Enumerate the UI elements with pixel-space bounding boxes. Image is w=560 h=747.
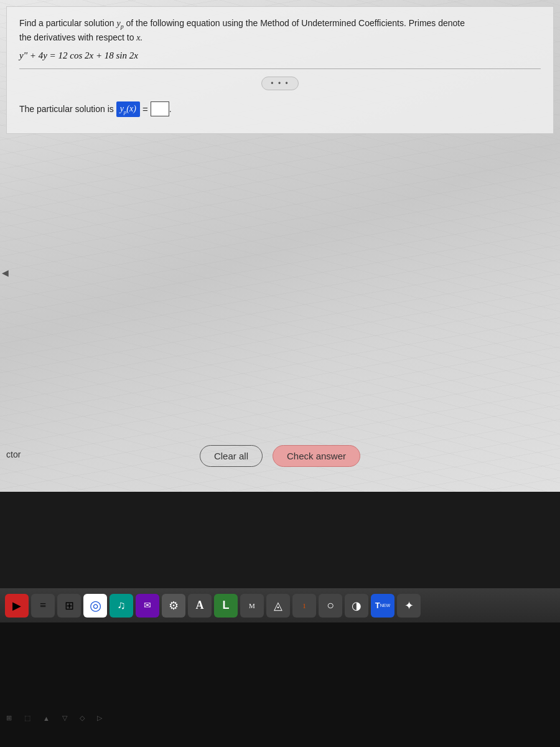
answer-field[interactable]: [151, 102, 169, 116]
divider-line: [19, 68, 541, 69]
grid-icon[interactable]: ⊞: [57, 594, 81, 618]
side-arrow-indicator: ◀: [2, 268, 9, 278]
steam-icon[interactable]: ⚙: [162, 594, 185, 618]
app2-icon[interactable]: L: [214, 594, 238, 618]
desktop-label-4: ▽: [62, 714, 67, 722]
period: .: [169, 104, 172, 114]
equation-display: y'' + 4y = 12 cos 2x + 18 sin 2x: [19, 50, 541, 61]
solution-row: The particular solution is yp(x) = .: [19, 101, 541, 117]
desktop-bottom-icons: ⊞ ⬚ ▲ ▽ ◇ ▷: [6, 714, 102, 722]
taskbar: ▶ ≡ ⊞ ◎ ♫ ✉ ⚙ A L M ◬ 1 ○ ◑ TNEW ✦: [0, 588, 560, 622]
answer-input-box[interactable]: [151, 101, 169, 116]
desktop-label-3: ▲: [43, 715, 50, 722]
desktop-label-1: ⊞: [6, 714, 12, 722]
desktop-label-2: ⬚: [24, 714, 30, 722]
instruction-text-1: Find a particular solution yp of the fol…: [19, 18, 465, 28]
music-icon[interactable]: ♫: [110, 594, 133, 618]
clock-icon[interactable]: ○: [319, 594, 342, 618]
app3-icon[interactable]: M: [240, 594, 264, 618]
solution-label-text: The particular solution is: [19, 104, 116, 114]
desktop-label-6: ▷: [97, 714, 102, 722]
settings-icon[interactable]: ✦: [397, 594, 421, 618]
chrome-icon[interactable]: ◎: [83, 594, 107, 618]
notification-icon[interactable]: 1: [292, 594, 316, 618]
more-options-container: • • •: [19, 77, 541, 90]
desktop-label-5: ◇: [80, 714, 85, 722]
video-icon[interactable]: ▶: [5, 594, 29, 618]
equation-text: y'' + 4y = 12 cos 2x + 18 sin 2x: [19, 50, 138, 60]
main-content-area: Find a particular solution yp of the fol…: [0, 0, 560, 492]
notify-btn-icon[interactable]: TNEW: [371, 594, 394, 618]
solution-highlighted-label: yp(x): [116, 101, 140, 117]
files-icon[interactable]: ≡: [31, 594, 55, 618]
dark-bottom-area: ⊞ ⬚ ▲ ▽ ◇ ▷: [0, 622, 560, 747]
problem-instruction: Find a particular solution yp of the fol…: [19, 17, 541, 44]
bottom-action-bar: Clear all Check answer: [0, 445, 560, 467]
problem-content-box: Find a particular solution yp of the fol…: [6, 6, 554, 134]
equals-sign: =: [142, 104, 148, 115]
check-answer-button[interactable]: Check answer: [273, 445, 360, 467]
clear-all-button[interactable]: Clear all: [200, 445, 263, 467]
mail-icon[interactable]: ✉: [136, 594, 159, 618]
yp-variable: yp(x): [120, 104, 136, 113]
wallet-icon[interactable]: ◑: [345, 594, 368, 618]
app1-icon[interactable]: A: [188, 594, 212, 618]
more-options-button[interactable]: • • •: [261, 77, 298, 90]
instruction-text-2: the derivatives with respect to x.: [19, 32, 142, 42]
app4-icon[interactable]: ◬: [266, 594, 290, 618]
